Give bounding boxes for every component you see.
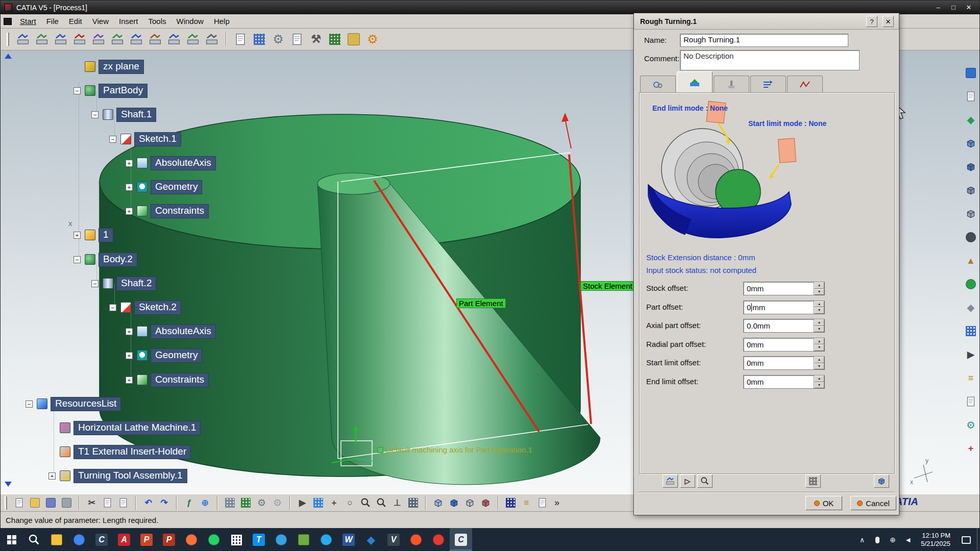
clipboard-icon[interactable] [232,31,249,47]
ramp-rough-turning-icon[interactable] [147,31,163,47]
tool-path-replay-icon-button[interactable]: ▷ [680,474,695,488]
wireframe-view-icon[interactable] [431,496,445,510]
analysis-tool-icon[interactable]: ⚙ [964,418,978,432]
active-catia-icon-slot[interactable]: C [450,528,472,551]
attributes-icon-button[interactable] [805,474,821,488]
search-icon-slot[interactable] [23,528,45,551]
nc-review-table-icon[interactable] [251,31,267,47]
tree-label[interactable]: zx plane [99,60,144,74]
firefox-icon[interactable] [184,532,199,547]
fillet-tool-icon[interactable] [964,277,978,291]
tray-globe-icon[interactable]: ⊕ [885,528,900,551]
green-app-icon[interactable] [296,532,311,547]
spin-up-icon[interactable]: ▴ [814,375,824,382]
publisher-icon-slot[interactable]: P [158,528,180,551]
globe-icon[interactable]: ⊕ [198,496,212,510]
undo-icon[interactable]: ↶ [141,496,155,510]
redo-icon[interactable]: ↷ [157,496,171,510]
drilling-icon[interactable] [166,31,182,47]
profile-finish-turning-icon[interactable] [109,31,126,47]
ok-button[interactable]: OK [805,496,842,510]
tab-geometry[interactable] [677,71,713,93]
tab-tool[interactable] [714,76,749,93]
part-offset-input[interactable]: 0mm▴▾ [743,300,825,314]
tree-expander-icon[interactable]: − [74,87,81,94]
tool-path-simulate-icon[interactable] [699,475,711,487]
analyze-icon-button[interactable] [874,474,889,488]
tree-label[interactable]: Constraints [151,373,209,387]
taskbar-clock[interactable]: 12:10 PM 5/21/2025 [916,532,955,548]
start-limit-offset-input[interactable]: 0mm▴▾ [743,356,825,370]
active-catia-icon[interactable]: C [453,532,469,547]
tray-speaker-icon[interactable]: ◄ [900,528,916,551]
tree-expander-icon[interactable]: − [109,304,116,311]
spin-down-icon[interactable]: ▾ [814,307,824,314]
toolbar-overflow-chevron[interactable]: » [551,497,562,508]
tree-expander-icon[interactable]: + [126,160,133,167]
attributes-icon[interactable] [807,475,819,487]
catalog-icon[interactable] [535,496,549,510]
rotate-view-icon[interactable]: ○ [343,496,357,510]
file-explorer-icon[interactable] [49,532,64,547]
teamviewer-icon[interactable]: T [251,532,266,547]
tool-path-verify-icon-button[interactable] [663,474,678,488]
tree-label[interactable]: Turning Tool Assembly.1 [74,469,187,483]
stock-offset-input[interactable]: 0mm▴▾ [743,282,825,295]
whatsapp-icon[interactable] [206,532,222,547]
save-icon[interactable] [44,496,58,510]
tree-expander-icon[interactable]: + [126,352,133,359]
search-icon[interactable] [27,532,42,547]
tree-label[interactable]: AbsoluteAxis [151,324,216,339]
tab-macros[interactable] [787,76,823,93]
catia-shortcut-icon-slot[interactable]: C [90,528,113,551]
acrobat-icon-slot[interactable]: A [113,528,135,551]
pattern-tool-icon[interactable] [964,324,978,338]
spin-down-icon[interactable]: ▾ [814,382,824,389]
knowledge-fx-icon[interactable]: ƒ [182,496,196,510]
menu-file[interactable]: File [41,15,64,27]
gear-b-icon[interactable]: ⚙ [271,496,284,510]
tree-expander-icon[interactable]: − [26,400,33,408]
tree-label[interactable]: Body.2 [99,253,137,267]
toolbar-handle[interactable] [7,33,9,46]
open-folder-icon[interactable] [28,496,42,510]
tree-expander-icon[interactable]: + [74,232,81,239]
menu-edit[interactable]: Edit [64,15,87,27]
voice-recorder-icon[interactable] [431,532,446,547]
teamviewer-icon-slot[interactable]: T [248,528,270,551]
end-limit-mode-text[interactable]: End limit mode : None [652,104,728,112]
catalog-browser-icon[interactable] [327,31,343,47]
start-limit-mode-text[interactable]: Start limit mode : None [748,119,826,128]
hole-tool-icon[interactable] [964,230,978,244]
tree-label[interactable]: Sketch.1 [134,132,181,146]
v-app-icon[interactable]: V [386,532,401,547]
maximize-button[interactable]: □ [947,3,960,12]
catalog-b-icon[interactable] [964,394,978,409]
menu-help[interactable]: Help [209,15,235,27]
measure-icon[interactable]: ≡ [520,496,533,510]
calculator-icon-slot[interactable] [225,528,248,551]
tree-label[interactable]: Geometry [151,348,202,363]
toolholder-icon[interactable] [60,446,70,457]
normal-view-icon[interactable]: ⊥ [390,496,404,510]
geometry-icon[interactable] [137,350,148,361]
pan-icon[interactable]: + [327,496,341,510]
copy-icon[interactable] [101,496,114,510]
sketch-icon[interactable] [120,302,131,313]
publisher-icon[interactable]: P [161,532,177,547]
word-icon[interactable]: W [341,532,356,547]
file-explorer-icon-slot[interactable] [45,528,68,551]
tab-strategy[interactable] [640,76,676,93]
whatsapp-icon-slot[interactable] [203,528,225,551]
shaded-view-icon[interactable] [447,496,461,510]
shaft-icon[interactable] [103,278,113,289]
edge-icon[interactable] [274,532,289,547]
product1-icon[interactable] [85,230,95,240]
axis-system-icon[interactable]: + [964,441,978,456]
rough-turning-icon[interactable] [15,31,31,47]
defender-icon-slot[interactable]: ◆ [360,528,382,551]
dialog-titlebar[interactable]: Rough Turning.1 ? ✕ [634,13,899,30]
show-desktop-button[interactable] [977,528,979,551]
spin-down-icon[interactable]: ▾ [814,363,824,370]
tree-label[interactable]: Shaft.2 [116,277,156,291]
